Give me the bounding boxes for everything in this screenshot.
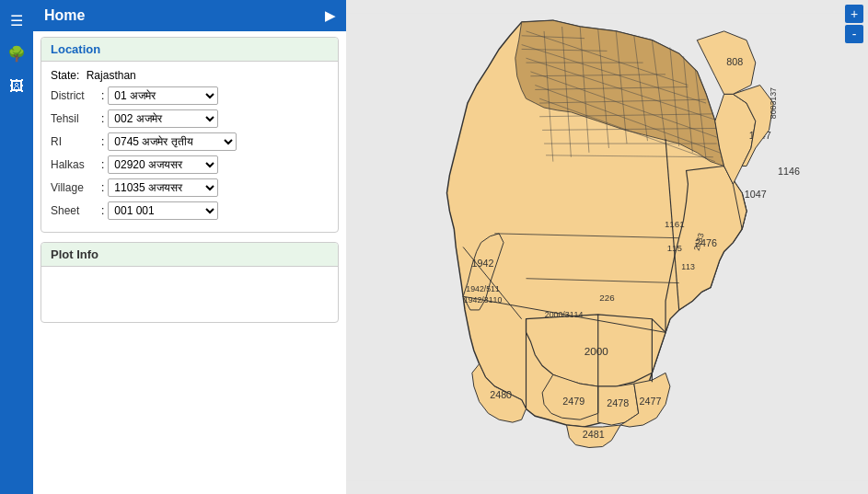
plot-808-label: 808 bbox=[726, 56, 743, 67]
state-label: State bbox=[51, 69, 76, 82]
sheet-select[interactable]: 001 001 bbox=[108, 201, 218, 220]
collapse-button[interactable]: ▶ bbox=[325, 8, 335, 23]
plot-2480-label: 2480 bbox=[490, 389, 512, 400]
village-label: Village bbox=[51, 181, 101, 194]
ri-label: RI bbox=[51, 135, 101, 148]
plot-2479-label: 2479 bbox=[562, 396, 584, 407]
plot-2000-label: 2000 bbox=[584, 345, 609, 357]
plot-info-header: Plot Info bbox=[41, 243, 338, 267]
village-select[interactable]: 11035 अजयसर bbox=[108, 178, 218, 197]
tehsil-select[interactable]: 002 अजमेर bbox=[108, 109, 218, 128]
state-row: State: Rajasthan bbox=[51, 69, 329, 82]
zoom-controls: + - bbox=[845, 5, 863, 43]
plot-1146-label: 1146 bbox=[778, 166, 800, 177]
halkas-label: Halkas bbox=[51, 158, 101, 171]
location-header: Location bbox=[41, 38, 338, 62]
ri-select[interactable]: 0745 अजमेर तृतीय bbox=[108, 132, 237, 151]
sheet-label: Sheet bbox=[51, 204, 101, 217]
district-row: District : 01 अजमेर bbox=[51, 86, 329, 105]
plot-2478-label: 2478 bbox=[607, 398, 629, 409]
zoom-out-button[interactable]: - bbox=[845, 25, 863, 43]
plot-1047-label: 1047 bbox=[745, 189, 767, 200]
village-row: Village : 11035 अजयसर bbox=[51, 178, 329, 197]
map-area: 2476 1047 1047 1146 808 8083137 2000 247… bbox=[346, 0, 868, 494]
app-title: Home bbox=[44, 7, 85, 24]
tehsil-row: Tehsil : 002 अजमेर bbox=[51, 109, 329, 128]
location-body: State: Rajasthan District : 01 अजमेर Teh… bbox=[41, 62, 338, 232]
plot-info-section: Plot Info bbox=[41, 242, 339, 323]
image-icon[interactable]: 🖼 bbox=[4, 74, 29, 99]
plot-1161-label: 1161 bbox=[665, 219, 685, 229]
district-select[interactable]: 01 अजमेर bbox=[108, 86, 218, 105]
map-svg[interactable]: 2476 1047 1047 1146 808 8083137 2000 247… bbox=[346, 0, 868, 494]
panel-content: Location State: Rajasthan District : 01 … bbox=[33, 31, 346, 494]
zoom-in-button[interactable]: + bbox=[845, 5, 863, 23]
plot-8083137-label: 8083137 bbox=[769, 87, 778, 119]
sidebar: ☰ 🌳 🖼 bbox=[0, 0, 33, 494]
halkas-row: Halkas : 02920 अजयसर bbox=[51, 155, 329, 174]
tree-icon[interactable]: 🌳 bbox=[4, 40, 29, 66]
plot-226-label: 226 bbox=[599, 293, 614, 303]
tehsil-label: Tehsil bbox=[51, 112, 101, 125]
location-section: Location State: Rajasthan District : 01 … bbox=[41, 37, 339, 233]
ri-row: RI : 0745 अजमेर तृतीय bbox=[51, 132, 329, 151]
plot-1942-label: 1942 bbox=[472, 258, 494, 269]
header-bar: Home ▶ bbox=[33, 0, 346, 31]
plot-2481-label: 2481 bbox=[583, 429, 605, 440]
plot-113x-label: 113 bbox=[681, 262, 695, 271]
sheet-row: Sheet : 001 001 bbox=[51, 201, 329, 220]
plot-2477-label: 2477 bbox=[639, 396, 661, 407]
halkas-select[interactable]: 02920 अजयसर bbox=[108, 155, 218, 174]
menu-icon[interactable]: ☰ bbox=[4, 7, 29, 33]
district-label: District bbox=[51, 89, 101, 102]
plot-info-body bbox=[41, 267, 338, 322]
state-value: Rajasthan bbox=[87, 69, 136, 82]
main-panel: Home ▶ Location State: Rajasthan Distric… bbox=[33, 0, 346, 494]
